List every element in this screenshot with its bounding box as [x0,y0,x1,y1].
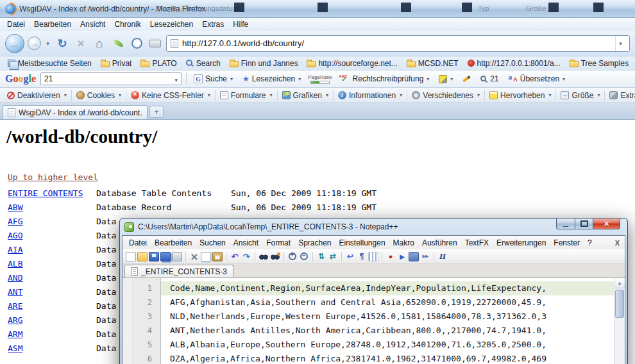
notepadpp-menu-item[interactable]: Sprachen [294,237,335,249]
edit-button[interactable] [460,76,473,81]
zoom-in-icon[interactable] [287,252,298,261]
notepadpp-menu-item[interactable]: Einstellungen [335,237,389,249]
open-file-icon[interactable] [137,252,148,261]
bookmark-item[interactable]: Privat [97,58,136,69]
sync-scroll-v-icon[interactable] [316,252,326,261]
forward-button[interactable] [28,37,41,50]
webdev-menu-item[interactable]: Keine CSS-Fehler [126,90,216,101]
show-symbols-icon[interactable] [357,252,367,261]
notepadpp-menu-item[interactable]: Suchen [196,237,230,249]
print-icon[interactable] [172,252,182,261]
highlighter-button[interactable] [436,74,455,85]
google-search-input[interactable]: 21 [40,72,182,85]
menubar-close-icon[interactable]: X [615,239,620,247]
menu-item[interactable]: Lesezeichen [146,19,198,30]
page-counter[interactable]: 21 [478,73,501,85]
notepadpp-menu-item[interactable]: Ansicht [230,237,262,249]
listing-link[interactable]: AIA [8,245,96,254]
run-multi-icon[interactable] [420,252,430,261]
firefox-titlebar[interactable]: WsgiDAV - Index of /world-db/country/ - … [0,0,635,18]
listing-link[interactable]: ABW [8,203,96,212]
listing-link[interactable]: ARG [8,315,96,325]
scroll-up-button[interactable] [614,278,625,288]
listing-link[interactable]: ASM [8,343,96,353]
word-wrap-icon[interactable] [345,252,355,261]
new-file-icon[interactable] [126,252,136,261]
history-dropdown[interactable] [44,40,51,47]
bookmark-item[interactable]: PLATO [137,58,180,69]
new-tab-button[interactable]: + [149,106,164,118]
search-dropdown-icon[interactable] [174,73,178,85]
textfx-icon[interactable] [437,252,448,261]
google-search-button[interactable]: Suche [191,73,235,85]
notepadpp-menu-item[interactable]: Datei [125,237,151,249]
save-all-icon[interactable] [160,252,171,261]
indent-guide-icon[interactable] [368,252,378,261]
listing-link[interactable]: AGO [8,231,96,240]
notepadpp-menu-item[interactable]: ? [584,237,596,249]
webdev-menu-item[interactable]: Extras [605,90,635,101]
webdev-menu-item[interactable]: Verschiedenes [407,90,485,101]
notepadpp-menu-item[interactable]: Format [262,237,294,249]
copy-icon[interactable] [201,252,211,261]
save-icon[interactable] [149,252,159,261]
bookmark-item[interactable]: MCSD.NET [403,58,462,69]
close-button[interactable] [593,218,620,229]
notepadpp-menu-item[interactable]: Fenster [550,237,584,249]
maximize-button[interactable] [575,218,593,229]
notepadpp-menu-item[interactable]: Erweiterungen [493,237,550,249]
zoom-out-icon[interactable] [299,252,309,261]
redo-icon[interactable] [241,252,251,261]
bookmark-item[interactable]: Tree Samples [566,58,632,69]
document-tab[interactable]: _ENTIRE_CONTENTS-3 [124,265,233,277]
reload-button[interactable] [55,36,70,51]
quill-icon[interactable] [110,36,126,51]
listing-link[interactable]: ANT [8,287,96,297]
menu-item[interactable]: Hilfe [228,19,253,30]
google-logo[interactable] [5,73,36,85]
listing-link[interactable]: AFG [8,217,96,226]
bookmark-item[interactable]: http://sourceforge.net... [303,58,401,69]
spellcheck-button[interactable]: Rechtschreibprüfung [337,73,432,85]
home-button[interactable] [92,36,107,51]
bookmark-item[interactable]: Finn und Jannes [226,58,302,69]
webdev-menu-item[interactable]: Hervorheben [485,90,556,101]
stop-button[interactable] [73,36,89,51]
notepadpp-menu-item[interactable]: Bearbeiten [151,237,196,249]
webdev-menu-item[interactable]: Grafiken [278,90,334,101]
menu-item[interactable]: Extras [198,19,228,30]
clock-icon[interactable] [129,36,144,51]
webdev-menu-item[interactable]: Deaktivieren [3,90,72,101]
menu-item[interactable]: Bearbeiten [30,19,76,30]
notepadpp-menu-item[interactable]: Makro [389,237,418,249]
listing-link[interactable]: ENTIRE CONTENTS [8,188,96,198]
url-bar[interactable]: http://127.0.0.1/world-db/country/ [166,35,630,52]
listing-link[interactable]: ALB [8,259,96,269]
menu-item[interactable]: Ansicht [76,19,110,30]
url-dropdown[interactable] [615,36,625,51]
replace-icon[interactable] [270,252,280,261]
pagerank-widget[interactable]: PageRank [308,74,332,84]
record-macro-icon[interactable] [385,252,396,261]
cut-icon[interactable] [189,252,199,261]
editor[interactable]: 1 Code,Name,Continent,Region,SurfaceArea… [123,278,625,364]
save-macro-icon[interactable] [409,252,419,261]
listing-link[interactable]: ARM [8,329,96,339]
notepadpp-menu-item[interactable]: Ausführen [418,237,461,249]
webdev-menu-item[interactable]: Cookies [72,90,126,101]
google-bookmarks-button[interactable]: Lesezeichen [240,73,303,85]
print-button[interactable] [148,36,163,51]
scroll-thumb[interactable] [615,290,624,318]
bookmark-item[interactable]: Search [182,58,224,69]
menu-item[interactable]: Chronik [110,19,145,30]
paste-icon[interactable] [212,252,223,261]
listing-link[interactable]: ARE [8,301,96,311]
editor-scrollbar[interactable] [614,278,625,364]
play-macro-icon[interactable] [397,252,407,261]
bookmark-item[interactable]: Meistbesuchte Seiten [4,58,96,69]
notepadpp-menu-item[interactable]: TextFX [461,237,493,249]
undo-icon[interactable] [230,252,240,261]
up-to-higher-level-link[interactable]: Up to higher level [8,172,98,182]
webdev-menu-item[interactable]: Informationen [334,90,407,101]
sync-scroll-h-icon[interactable] [328,252,338,261]
